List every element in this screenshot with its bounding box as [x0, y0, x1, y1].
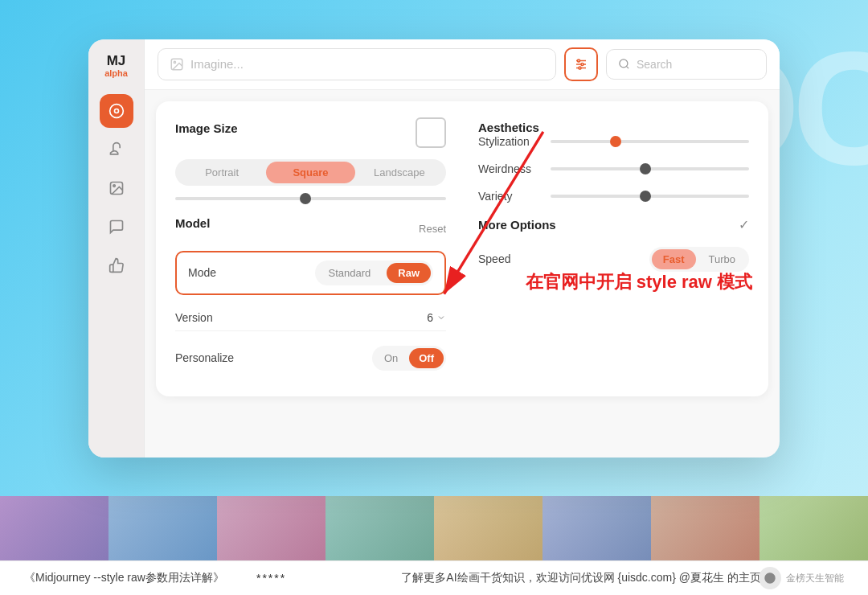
strip-2	[108, 496, 217, 560]
mode-row: Mode Standard Raw	[175, 251, 446, 295]
sidebar-item-brush[interactable]	[100, 133, 133, 166]
speed-label: Speed	[478, 252, 510, 265]
speed-buttons: Fast Turbo	[649, 247, 749, 272]
imagine-placeholder: Imagine...	[190, 57, 244, 71]
mode-buttons: Standard Raw	[315, 261, 434, 285]
sidebar-item-compass[interactable]	[100, 94, 133, 128]
svg-point-5	[174, 61, 175, 63]
svg-point-1	[114, 109, 118, 113]
strip-5	[434, 496, 542, 560]
svg-point-12	[620, 60, 628, 68]
variety-label: Variety	[478, 190, 551, 203]
strip-7	[651, 496, 760, 560]
stylization-slider[interactable]	[551, 140, 749, 143]
size-slider[interactable]	[175, 197, 446, 200]
toggle-on[interactable]: On	[375, 348, 407, 368]
model-section: Model Reset Mode Standard Raw	[175, 216, 446, 377]
svg-point-0	[109, 105, 123, 118]
strip-8	[760, 496, 868, 560]
strip-3	[217, 496, 326, 560]
reset-link[interactable]: Reset	[419, 223, 446, 235]
filter-button[interactable]	[564, 47, 598, 81]
speed-turbo[interactable]: Turbo	[698, 249, 747, 269]
toggle-group: On Off	[372, 346, 446, 371]
model-header: Model Reset	[175, 216, 446, 241]
image-size-label: Image Size	[175, 121, 238, 135]
personalize-row: Personalize On Off	[175, 339, 446, 377]
aesthetics-label: Aesthetics	[478, 121, 539, 134]
stylization-row: Stylization	[478, 135, 749, 148]
watermark-text: 金榜天生智能	[786, 572, 844, 585]
strip-1	[0, 496, 108, 560]
toggle-off[interactable]: Off	[409, 348, 444, 368]
top-bar: Imagine...	[145, 39, 780, 90]
version-row: Version 6	[175, 305, 446, 331]
more-options-row[interactable]: More Options ✓	[478, 217, 749, 232]
strip-4	[326, 496, 434, 560]
footer-title: 《Midjourney --style raw参数用法详解》	[24, 571, 224, 585]
speed-fast[interactable]: Fast	[652, 249, 696, 269]
mode-raw[interactable]: Raw	[387, 263, 431, 283]
size-preview	[416, 117, 446, 148]
variety-slider[interactable]	[551, 195, 749, 198]
check-icon: ✓	[739, 217, 749, 232]
sidebar-item-like[interactable]	[100, 248, 133, 282]
logo-alpha: alpha	[104, 68, 128, 78]
svg-point-3	[113, 185, 115, 187]
version-value[interactable]: 6	[427, 311, 446, 324]
stylization-thumb	[610, 136, 621, 147]
sidebar: MJ alpha	[88, 39, 145, 458]
size-square[interactable]: Square	[266, 162, 354, 183]
svg-point-11	[579, 67, 581, 69]
settings-panel: Image Size Portrait Square Landscape	[156, 101, 768, 396]
footer-watermark: 金榜天生智能	[759, 567, 844, 589]
size-buttons: Portrait Square Landscape	[175, 159, 446, 186]
search-placeholder: Search	[637, 58, 672, 71]
mode-standard[interactable]: Standard	[317, 263, 383, 283]
svg-point-10	[581, 63, 583, 65]
personalize-label: Personalize	[175, 351, 234, 364]
app-window: MJ alpha	[88, 39, 780, 458]
image-size-section: Image Size Portrait Square Landscape	[175, 121, 446, 200]
weirdness-slider[interactable]	[551, 167, 749, 170]
size-portrait[interactable]: Portrait	[178, 162, 266, 183]
sidebar-item-chat[interactable]	[100, 210, 133, 244]
main-content: Imagine...	[145, 39, 780, 458]
mode-label: Mode	[188, 266, 216, 279]
logo: MJ alpha	[104, 54, 128, 79]
weirdness-label: Weirdness	[478, 162, 551, 175]
version-label: Version	[175, 311, 213, 324]
variety-thumb	[640, 191, 651, 202]
model-label: Model	[175, 216, 210, 230]
more-options-label: More Options	[478, 218, 556, 232]
footer-stars: *****	[256, 572, 286, 585]
version-number: 6	[427, 311, 433, 324]
svg-point-9	[578, 60, 580, 62]
logo-mj: MJ	[107, 54, 126, 69]
weirdness-row: Weirdness	[478, 162, 749, 175]
weirdness-thumb	[640, 163, 651, 174]
speed-row: Speed Fast Turbo	[478, 247, 749, 272]
left-column: Image Size Portrait Square Landscape	[175, 121, 446, 377]
strip-6	[542, 496, 651, 560]
imagine-input[interactable]: Imagine...	[158, 48, 556, 80]
image-strip	[0, 496, 868, 560]
size-slider-thumb	[300, 193, 311, 204]
footer: 《Midjourney --style raw参数用法详解》 ***** 了解更…	[0, 560, 868, 595]
variety-row: Variety	[478, 190, 749, 203]
sidebar-item-image[interactable]	[100, 171, 133, 205]
search-box[interactable]: Search	[606, 49, 767, 80]
stylization-label: Stylization	[478, 135, 551, 148]
right-column: Aesthetics Stylization Weirdness	[478, 121, 749, 377]
size-landscape[interactable]: Landscape	[355, 162, 444, 183]
wx-icon	[759, 567, 781, 589]
